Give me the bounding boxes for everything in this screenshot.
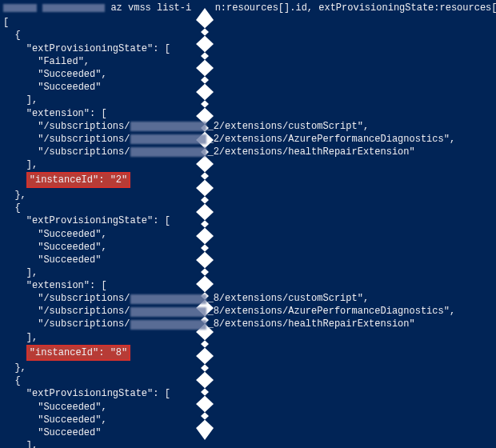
instance-id-highlight: "instanceId": "2" <box>26 172 130 188</box>
obj-open: { <box>3 29 496 42</box>
state-val: "Succeeded" <box>3 81 496 94</box>
cmd-rest: n:resources[].id, extProvisioningState:r… <box>215 2 496 14</box>
ext-path: "/subscriptions/_8/extensions/customScri… <box>3 293 496 306</box>
extension-key: "extension": [ <box>3 279 496 292</box>
extension-key: "extension": [ <box>3 107 496 120</box>
ext-state-key: "extProvisioningState": [ <box>3 214 496 227</box>
ext-path: "/subscriptions/_8/extensions/healthRepa… <box>3 318 496 331</box>
state-val: "Failed", <box>3 55 496 68</box>
close-arr: ], <box>3 94 496 106</box>
cmd-az: az vmss list-i <box>110 2 191 14</box>
instance-id-line: "instanceId": "8" <box>3 344 496 362</box>
ext-state-key: "extProvisioningState": [ <box>3 387 496 400</box>
obj-open: { <box>3 374 496 387</box>
command-line: az vmss list-i n:resources[].id, extProv… <box>3 2 496 14</box>
json-open-bracket: [ <box>3 16 496 29</box>
close-arr: ], <box>3 439 496 448</box>
ext-path: "/subscriptions/_2/extensions/customScri… <box>3 120 496 133</box>
state-val: "Succeeded", <box>3 68 496 81</box>
state-val: "Succeeded", <box>3 414 496 426</box>
terminal-output: az vmss list-i n:resources[].id, extProv… <box>3 2 496 448</box>
state-val: "Succeeded", <box>3 241 496 254</box>
state-val: "Succeeded" <box>3 426 496 439</box>
instance-id-line: "instanceId": "2" <box>3 171 496 189</box>
state-val: "Succeeded", <box>3 401 496 414</box>
obj-open: { <box>3 202 496 214</box>
obj-close: }, <box>3 189 496 202</box>
close-arr: ], <box>3 331 496 344</box>
obj-close: }, <box>3 362 496 374</box>
ext-path: "/subscriptions/_8/extensions/AzurePerfo… <box>3 306 496 318</box>
ext-path: "/subscriptions/_2/extensions/healthRepa… <box>3 146 496 158</box>
close-arr: ], <box>3 266 496 279</box>
close-arr: ], <box>3 158 496 171</box>
ext-state-key: "extProvisioningState": [ <box>3 42 496 55</box>
state-val: "Succeeded", <box>3 228 496 241</box>
state-val: "Succeeded" <box>3 254 496 266</box>
ext-path: "/subscriptions/_2/extensions/AzurePerfo… <box>3 133 496 146</box>
instance-id-highlight: "instanceId": "8" <box>26 345 130 361</box>
